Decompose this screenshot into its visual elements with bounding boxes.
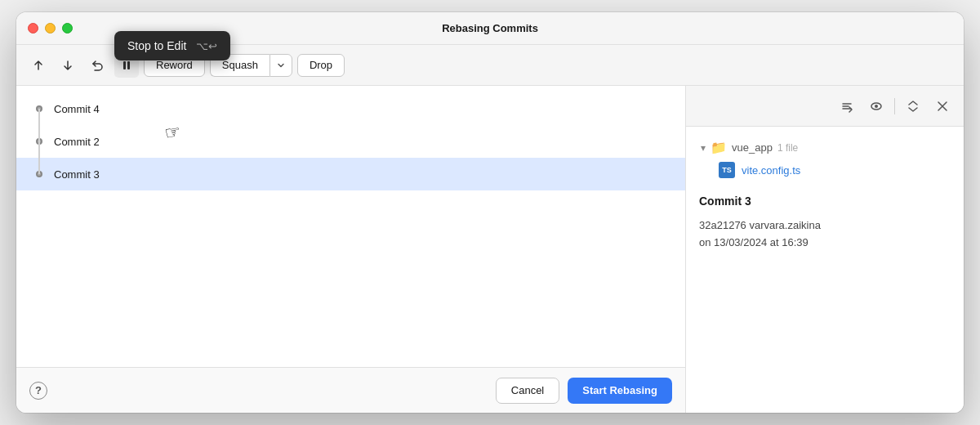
bottom-right-actions: Cancel Start Rebasing (496, 378, 672, 404)
tooltip-shortcut: ⌥↩ (196, 40, 217, 52)
svg-point-3 (875, 105, 878, 108)
commit-dot (36, 171, 42, 177)
cursor-decoration: ☞ (163, 120, 183, 144)
minimize-button[interactable] (45, 23, 56, 34)
bottom-bar: ? Cancel Start Rebasing (16, 367, 685, 413)
right-content: ▾ 📁 vue_app 1 file TS vite.config.ts Com… (686, 127, 964, 413)
start-rebasing-button[interactable]: Start Rebasing (568, 378, 672, 404)
squash-dropdown-button[interactable] (270, 54, 292, 77)
commit-author: varvara.zaikina (749, 219, 820, 231)
move-down-icon (61, 59, 74, 72)
move-down-button[interactable] (56, 53, 80, 78)
close-panel-icon[interactable] (931, 95, 954, 118)
commit-hash: 32a21276 (699, 219, 746, 231)
file-row[interactable]: TS vite.config.ts (699, 159, 951, 181)
folder-name: vue_app (732, 141, 773, 154)
right-panel: ▾ 📁 vue_app 1 file TS vite.config.ts Com… (686, 86, 964, 413)
svg-rect-1 (127, 61, 130, 69)
table-row[interactable]: Commit 3 (16, 158, 685, 190)
tooltip-label: Stop to Edit (127, 39, 186, 52)
toolbar-left: Stop to Edit ⌥↩ Reword Squash Drop (26, 53, 954, 78)
file-name: vite.config.ts (742, 164, 800, 177)
commit-list: Commit 4 Commit 2 Commit 3 (16, 86, 685, 367)
undo-icon (91, 59, 104, 72)
stop-to-edit-tooltip: Stop to Edit ⌥↩ (114, 31, 230, 60)
diff-icon[interactable] (835, 95, 858, 118)
right-toolbar (686, 86, 964, 127)
table-row[interactable]: Commit 2 (16, 125, 685, 158)
commit-label: Commit 3 (54, 168, 100, 181)
commit-date: on 13/03/2024 at 16:39 (699, 236, 808, 248)
maximize-button[interactable] (62, 23, 73, 34)
left-panel: ☞ Commit 4 Commit 2 Commit 3 ? (16, 86, 686, 413)
eye-icon[interactable] (865, 95, 888, 118)
close-button[interactable] (28, 23, 38, 34)
main-window: Rebasing Commits (16, 12, 964, 413)
commit-label: Commit 2 (54, 136, 100, 148)
file-count: 1 file (777, 142, 798, 154)
toolbar-divider (894, 98, 895, 114)
commit-meta: 32a21276 varvara.zaikinaon 13/03/2024 at… (699, 217, 951, 252)
move-up-button[interactable] (26, 53, 51, 78)
file-tree: ▾ 📁 vue_app 1 file TS vite.config.ts (699, 136, 951, 181)
help-button[interactable]: ? (29, 382, 47, 400)
commit-info-title: Commit 3 (699, 195, 951, 208)
move-up-icon (32, 59, 45, 72)
window-title: Rebasing Commits (442, 22, 538, 34)
toolbar: Stop to Edit ⌥↩ Reword Squash Drop (16, 45, 964, 86)
cancel-button[interactable]: Cancel (496, 378, 559, 404)
drop-button[interactable]: Drop (297, 54, 345, 77)
chevron-down-icon (277, 61, 285, 69)
commit-info: Commit 3 32a21276 varvara.zaikinaon 13/0… (699, 195, 951, 252)
main-content: ☞ Commit 4 Commit 2 Commit 3 ? (16, 86, 964, 413)
folder-row[interactable]: ▾ 📁 vue_app 1 file (699, 136, 951, 159)
folder-icon: 📁 (710, 140, 727, 155)
chevron-down-icon: ▾ (701, 142, 706, 154)
commit-label: Commit 4 (54, 103, 100, 115)
svg-rect-0 (123, 61, 126, 69)
commit-dot (36, 138, 42, 145)
typescript-badge: TS (719, 162, 735, 178)
undo-button[interactable] (85, 53, 109, 78)
expand-icon[interactable] (902, 95, 924, 118)
table-row[interactable]: Commit 4 (16, 92, 685, 125)
traffic-lights (28, 23, 73, 34)
commit-dot (36, 105, 42, 112)
